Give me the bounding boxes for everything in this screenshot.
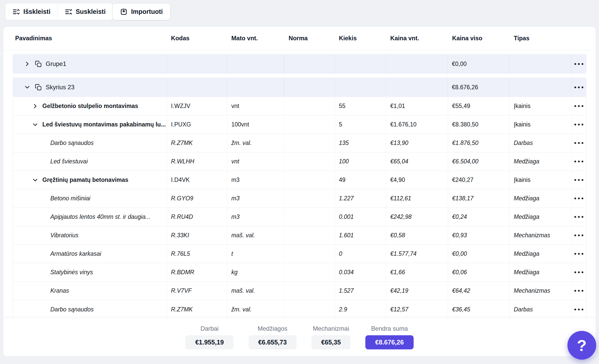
table-row[interactable]: Kranas R.V7VF maš. val. 1.527 €42,19 €64… — [13, 282, 586, 300]
row-menu-button[interactable] — [572, 61, 586, 67]
row-expand-chevron-icon[interactable] — [32, 176, 39, 184]
row-name: Gręžtinių pamatų betonavimas — [42, 176, 128, 183]
table-row[interactable]: Gelžbetonio stulpelio montavimas I.WZJV … — [13, 97, 586, 115]
cell-unit-price: €112,61 — [386, 189, 448, 208]
row-menu-button[interactable] — [572, 213, 586, 220]
cell-total-price: €0,06 — [448, 263, 509, 281]
stat-label: Darbai — [201, 325, 219, 332]
column-header-kiekis: Kiekis — [335, 35, 386, 42]
cell-unit-price: €1.577,74 — [386, 245, 448, 263]
cell-name: Apipjautos lentos 40mm st. ir daugia... — [13, 208, 167, 226]
cell-name: Grupe1 — [13, 54, 166, 74]
cell-type — [509, 77, 571, 97]
cell-unit-price — [386, 77, 448, 97]
cell-total-price: €64,42 — [448, 282, 509, 300]
cell-total-price: €8.380,50 — [448, 115, 509, 134]
import-button[interactable]: Importuoti — [112, 3, 170, 20]
cell-unit: m3 — [227, 208, 284, 226]
table-row[interactable]: Betono mišiniai R.GYO9 m3 1.227 €112,61 … — [13, 189, 586, 208]
cell-type: Įkainis — [509, 115, 571, 134]
row-menu-button[interactable] — [572, 84, 586, 91]
stat-medziagos: Medžiagos €6.655,73 — [249, 325, 297, 349]
cell-norma — [284, 97, 335, 115]
cell-unit: maš. val. — [227, 282, 284, 300]
table-header-row: Pavadinimas Kodas Mato vnt. Norma Kiekis… — [3, 27, 596, 50]
cell-actions — [571, 54, 586, 74]
cell-norma — [284, 300, 335, 319]
cell-total-price: €8.676,26 — [448, 77, 509, 97]
stat-label: Mechanizmai — [313, 325, 349, 332]
row-name: Led šviestuvų montavimas pakabinamų lu..… — [42, 121, 166, 128]
cell-code: R.Z7MK — [167, 134, 227, 152]
row-name: Armatūros karkasai — [50, 250, 101, 257]
table-row[interactable]: Grupe1 €0,00 — [13, 54, 586, 74]
cell-unit-price: €1,66 — [386, 263, 448, 281]
row-menu-button[interactable] — [572, 287, 586, 294]
cell-type: Įkainis — [509, 171, 571, 189]
cell-actions — [571, 282, 586, 300]
cell-type: Mechanizmas — [509, 226, 571, 244]
table-row[interactable]: Skyrius 23 €8.676,26 — [13, 77, 586, 97]
cell-qty — [334, 54, 386, 74]
cell-unit: vnt — [227, 97, 284, 115]
collapse-all-button[interactable]: Suskleisti — [58, 3, 113, 20]
cell-actions — [571, 263, 586, 281]
cell-name: Led šviestuvų montavimas pakabinamų lu..… — [13, 115, 167, 134]
row-menu-button[interactable] — [572, 121, 586, 128]
expand-all-button[interactable]: Išskleisti — [5, 3, 58, 20]
cell-name: Led šviestuvai — [13, 152, 167, 171]
import-icon — [120, 8, 128, 16]
cell-unit: maš. val. — [227, 226, 284, 244]
row-menu-button[interactable] — [572, 306, 586, 313]
cell-actions — [571, 134, 586, 152]
table-row[interactable]: Armatūros karkasai R.76L5 t 0 €1.577,74 … — [13, 245, 586, 263]
cell-type — [509, 54, 571, 74]
row-expand-chevron-icon[interactable] — [32, 103, 39, 110]
cell-type: Įkainis — [509, 97, 571, 115]
cell-total-price: €0,24 — [448, 208, 509, 226]
cell-type: Medžiaga — [509, 152, 571, 171]
table-row[interactable]: Vibratorius R.33KI maš. val. 1.601 €0,58… — [13, 226, 586, 245]
row-menu-button[interactable] — [572, 269, 586, 276]
row-expand-chevron-icon[interactable] — [32, 121, 39, 128]
table-row[interactable]: Darbo sąnaudos R.Z7MK žm. val. 135 €13,9… — [13, 134, 586, 152]
table-row[interactable]: Apipjautos lentos 40mm st. ir daugia... … — [13, 208, 586, 226]
cell-total-price: €36,45 — [448, 300, 509, 319]
grand-total-badge: €8.676,26 — [365, 335, 413, 349]
row-menu-button[interactable] — [572, 176, 586, 183]
cell-code: R.WLHH — [167, 152, 227, 171]
table-row[interactable]: Statybinės vinys R.BDMR kg 0.034 €1,66 €… — [13, 263, 586, 282]
table-row[interactable]: Darbo sąnaudos R.Z7MK žm. val. 2.9 €12,5… — [13, 300, 586, 319]
cell-qty: 1.527 — [335, 282, 386, 300]
row-expand-chevron-icon[interactable] — [24, 60, 31, 67]
cell-norma — [284, 245, 335, 263]
toolbar: Išskleisti Suskleisti Importuoti — [5, 3, 170, 20]
cell-name: Gręžtinių pamatų betonavimas — [13, 171, 167, 189]
cell-name: Armatūros karkasai — [13, 245, 167, 263]
row-menu-button[interactable] — [572, 250, 586, 257]
cell-code: R.V7VF — [167, 282, 227, 300]
row-menu-button[interactable] — [572, 158, 586, 165]
row-menu-button[interactable] — [572, 103, 586, 110]
help-button[interactable]: ? — [567, 331, 596, 360]
table-body: Grupe1 €0,00 Skyrius 23 €8.676,26 — [3, 54, 596, 319]
row-name: Apipjautos lentos 40mm st. ir daugia... — [50, 213, 150, 220]
table-row[interactable]: Led šviestuvai R.WLHH vnt 100 €65,04 €6.… — [13, 152, 586, 171]
cell-actions — [571, 115, 586, 134]
column-header-pavadinimas: Pavadinimas — [13, 35, 167, 42]
cell-norma — [284, 134, 335, 152]
cell-code: I.PUXG — [167, 115, 227, 134]
row-menu-button[interactable] — [572, 140, 586, 146]
cell-type: Medžiaga — [509, 263, 571, 281]
cell-norma — [284, 189, 335, 208]
cell-type: Mechanizmas — [509, 282, 571, 300]
row-menu-button[interactable] — [572, 195, 586, 202]
row-menu-button[interactable] — [572, 232, 586, 239]
table-row[interactable]: Gręžtinių pamatų betonavimas I.D4VK m3 4… — [13, 171, 586, 189]
row-expand-chevron-icon[interactable] — [24, 84, 31, 91]
table-row[interactable]: Led šviestuvų montavimas pakabinamų lu..… — [13, 115, 586, 134]
cell-total-price: €55,49 — [448, 97, 509, 115]
column-header-kaina-vnt: Kaina vnt. — [386, 35, 448, 42]
cell-total-price: €240,27 — [448, 171, 509, 189]
cell-name: Gelžbetonio stulpelio montavimas — [13, 97, 167, 115]
